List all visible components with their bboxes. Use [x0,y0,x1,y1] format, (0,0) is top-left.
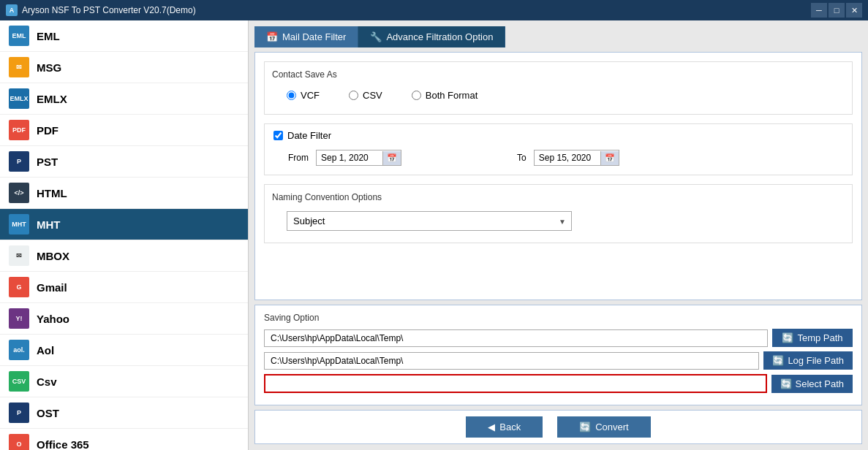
mbox-label: MBOX [37,250,69,262]
contact-save-as-section: Contact Save As VCF CSV Both Format [264,61,853,115]
ost-label: OST [37,407,59,419]
from-date-input[interactable] [317,150,382,165]
back-label: Back [499,422,521,432]
emlx-label: EMLX [37,93,67,105]
eml-icon: EML [9,26,29,46]
sidebar-item-eml[interactable]: EMLEML [0,20,248,52]
pdf-icon: PDF [9,120,29,140]
sidebar-item-mbox[interactable]: ✉MBOX [0,240,248,272]
close-button[interactable]: ✕ [846,3,862,18]
contact-save-as-options: VCF CSV Both Format [272,84,845,107]
to-date-input-wrapper: 📅 [534,150,619,166]
gmail-icon: G [9,277,29,297]
date-row: From 📅 To 📅 [273,147,843,169]
tab-advance-filtration-label: Advance Filtration Option [386,31,493,42]
window-controls: ─ □ ✕ [811,3,862,18]
sidebar-item-pst[interactable]: PPST [0,146,248,178]
office365-label: Office 365 [37,438,89,451]
convert-icon: 🔄 [579,422,591,432]
csv-label: Csv [37,375,57,388]
filter-icon: 🔧 [370,31,382,42]
temp-path-row: 🔄 Temp Path [264,329,853,347]
tab-bar: 📅 Mail Date Filter 🔧 Advance Filtration … [254,26,862,47]
temp-path-label: Temp Path [797,332,842,343]
to-date-input[interactable] [535,150,600,165]
select-sync-icon: 🔄 [780,378,792,389]
from-date-input-wrapper: 📅 [316,150,401,166]
select-path-input[interactable] [264,374,767,393]
convert-label: Convert [595,422,629,432]
date-filter-section: Date Filter From 📅 To 📅 [264,123,853,175]
from-label: From [288,153,309,163]
sidebar-item-csv[interactable]: CSVCsv [0,366,248,397]
app-icon: A [6,4,18,16]
contact-save-as-label: Contact Save As [272,69,845,80]
back-icon: ◀ [488,422,495,432]
tab-advance-filtration[interactable]: 🔧 Advance Filtration Option [358,26,505,47]
temp-path-button[interactable]: 🔄 Temp Path [772,329,853,347]
yahoo-icon: Y! [9,308,29,329]
date-filter-checkbox[interactable] [273,131,283,140]
sidebar-item-msg[interactable]: ✉MSG [0,52,248,83]
naming-convention-label: Naming Convention Options [272,192,845,202]
sidebar-item-gmail[interactable]: GGmail [0,272,248,303]
sidebar-item-emlx[interactable]: EMLXEMLX [0,83,248,115]
vcf-radio[interactable] [287,91,296,100]
sidebar-item-office365[interactable]: OOffice 365 [0,429,248,450]
pdf-label: PDF [37,124,59,137]
vcf-option[interactable]: VCF [287,90,320,101]
main-content: 📅 Mail Date Filter 🔧 Advance Filtration … [249,20,868,450]
log-file-path-input[interactable] [264,352,759,370]
sidebar-item-yahoo[interactable]: Y!Yahoo [0,303,248,335]
naming-convention-select[interactable]: SubjectDateFromToDate-Subject [287,211,572,231]
log-sync-icon: 🔄 [772,355,784,366]
select-path-row: 🔄 Select Path [264,374,853,393]
log-file-path-row: 🔄 Log File Path [264,351,853,370]
maximize-button[interactable]: □ [829,3,845,18]
msg-icon: ✉ [9,57,29,77]
minimize-button[interactable]: ─ [811,3,827,18]
main-panel: Contact Save As VCF CSV Both Format [254,52,862,300]
back-button[interactable]: ◀ Back [466,416,543,438]
calendar-icon: 📅 [266,31,278,42]
aol-icon: aol. [9,340,29,360]
yahoo-label: Yahoo [37,313,69,325]
sync-icon: 🔄 [782,332,793,343]
both-format-option[interactable]: Both Format [412,90,478,101]
bottom-bar: ◀ Back 🔄 Convert [254,410,862,444]
to-calendar-btn[interactable]: 📅 [600,151,619,165]
sidebar-item-mht[interactable]: MHTMHT [0,209,248,240]
office365-icon: O [9,434,29,450]
mht-icon: MHT [9,214,29,234]
eml-label: EML [37,30,60,42]
sidebar-item-pdf[interactable]: PDFPDF [0,115,248,146]
log-file-path-button[interactable]: 🔄 Log File Path [763,351,853,370]
naming-select-wrapper: SubjectDateFromToDate-Subject [287,211,572,231]
both-radio[interactable] [412,91,421,100]
sidebar-item-aol[interactable]: aol.Aol [0,335,248,366]
naming-convention-section: Naming Convention Options SubjectDateFro… [264,184,853,243]
ost-icon: P [9,403,29,423]
title-bar: A Aryson NSF To PST Converter V20.7(Demo… [0,0,868,20]
sidebar: EMLEML✉MSGEMLXEMLXPDFPDFPPST</>HTMLMHTMH… [0,20,249,450]
csv-icon: CSV [9,371,29,392]
tab-mail-date-filter[interactable]: 📅 Mail Date Filter [254,26,358,47]
temp-path-input[interactable] [264,329,768,347]
html-icon: </> [9,183,29,203]
csv-radio[interactable] [349,91,358,100]
csv-option[interactable]: CSV [349,90,382,101]
aol-label: Aol [37,344,54,356]
from-calendar-btn[interactable]: 📅 [382,151,401,165]
sidebar-item-ost[interactable]: POST [0,397,248,429]
pst-icon: P [9,151,29,172]
to-label: To [517,153,527,163]
date-filter-header: Date Filter [273,130,843,141]
saving-option-label: Saving Option [264,313,853,323]
saving-option-section: Saving Option 🔄 Temp Path 🔄 Log File Pat… [254,305,862,405]
html-label: HTML [37,187,67,199]
convert-button[interactable]: 🔄 Convert [557,416,651,438]
pst-label: PST [37,156,58,168]
select-path-button[interactable]: 🔄 Select Path [771,375,853,393]
sidebar-item-html[interactable]: </>HTML [0,178,248,209]
mbox-icon: ✉ [9,245,29,266]
